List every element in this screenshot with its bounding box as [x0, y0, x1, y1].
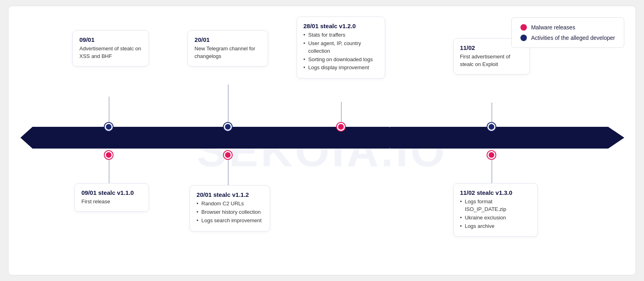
list-item: User agent, IP, country collection — [303, 40, 378, 55]
connector-jan20-above — [228, 85, 229, 124]
list-item: Logs archive — [460, 223, 531, 230]
dot-jan28-above — [337, 123, 345, 131]
connector-feb11-below — [491, 159, 492, 183]
card-list-jan28-v120: Stats for traffers User agent, IP, count… — [303, 31, 378, 72]
developer-dot — [520, 35, 527, 41]
card-date-feb11-v130: 11/02 stealc v1.3.0 — [460, 189, 531, 196]
card-date-jan09-v110: 09/01 stealc v1.1.0 — [81, 189, 142, 196]
list-item: Logs format ISO_IP_DATE.zip — [460, 198, 531, 213]
list-item: Random C2 URLs — [196, 200, 263, 208]
card-feb11-v130: 11/02 stealc v1.3.0 Logs format ISO_IP_D… — [453, 183, 538, 237]
connector-jan28-above — [341, 102, 342, 124]
card-jan20-telegram: 20/01 New Telegram channel for changelog… — [188, 30, 268, 66]
card-jan09-advert: 09/01 Advertisement of stealc on XSS and… — [72, 30, 149, 66]
list-item: Ukraine exclusion — [460, 214, 531, 222]
dot-jan20-above — [224, 123, 232, 131]
malware-dot — [520, 24, 527, 31]
legend-item-developer: Activities of the alleged developer — [520, 35, 615, 41]
dot-feb11-above — [487, 123, 495, 131]
connector-feb11-above — [491, 103, 492, 124]
list-item: Browser history collection — [196, 209, 263, 216]
timeline-area: January 2023 February 2023 — [8, 127, 636, 149]
dot-feb11-below — [487, 151, 495, 159]
card-list-feb11-v130: Logs format ISO_IP_DATE.zip Ukraine excl… — [460, 198, 531, 230]
connector-jan20-below — [228, 159, 229, 185]
list-item: Sorting on downloaded logs — [303, 56, 378, 64]
card-jan28-v120: 28/01 stealc v1.2.0 Stats for traffers U… — [297, 17, 385, 79]
card-date-jan20-v112: 20/01 stealc v1.1.2 — [196, 191, 263, 198]
connector-jan09-above — [109, 97, 109, 124]
card-text-jan20-telegram: New Telegram channel for changelogs — [194, 45, 261, 60]
legend: Malware releases Activities of the alleg… — [511, 17, 624, 48]
list-item: Logs display improvement — [303, 64, 378, 72]
dot-jan20-below — [224, 151, 232, 159]
legend-label-developer: Activities of the alleged developer — [531, 35, 615, 41]
timeline-left-arrow — [21, 127, 33, 149]
card-date-jan28-v120: 28/01 stealc v1.2.0 — [303, 23, 378, 29]
list-item: Logs search improvement — [196, 217, 263, 225]
card-jan20-v112: 20/01 stealc v1.1.2 Random C2 URLs Brows… — [190, 185, 270, 231]
main-container: SEKOIA.IO Malware releases Activities of… — [8, 6, 636, 275]
card-text-feb11-advert: First advertisement of stealc on Exploit — [460, 53, 523, 68]
card-text-jan09-advert: Advertisement of stealc on XSS and BHF — [79, 45, 142, 60]
legend-item-malware: Malware releases — [520, 24, 615, 31]
legend-label-malware: Malware releases — [531, 24, 575, 31]
connector-jan09-below — [109, 159, 109, 183]
dot-jan09-above — [105, 123, 113, 131]
dot-jan09-below — [105, 151, 113, 159]
card-text-jan09-v110: First release — [81, 198, 142, 206]
card-list-jan20-v112: Random C2 URLs Browser history collectio… — [196, 200, 263, 225]
list-item: Stats for traffers — [303, 31, 378, 39]
card-date-jan09-advert: 09/01 — [79, 36, 142, 43]
card-date-jan20-telegram: 20/01 — [194, 36, 261, 43]
card-jan09-v110: 09/01 stealc v1.1.0 First release — [74, 183, 149, 212]
